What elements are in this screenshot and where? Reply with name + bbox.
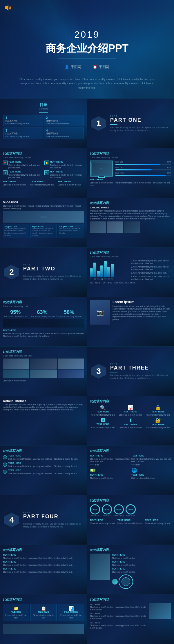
gallery-img-4 bbox=[3, 370, 29, 378]
slide-title-2: 此处填写内容 bbox=[90, 151, 171, 156]
gallery-img-1 bbox=[3, 359, 29, 369]
feature-1: 🚩 TEXT HERE Click here to modify the tex… bbox=[3, 161, 43, 169]
bg-glow bbox=[52, 495, 87, 545]
bar-chart bbox=[90, 260, 130, 277]
bg-glow bbox=[139, 594, 174, 644]
img-icon: 🖼 bbox=[90, 418, 116, 423]
stat-num-2: 63% bbox=[30, 309, 55, 315]
bg-glow bbox=[139, 248, 174, 297]
contents-item-1: 1 此处填写内容 Click here to modify the text bbox=[3, 115, 43, 126]
slide-icon-features: 此处填写内容 🔍 TEXT HERE Click here to modify … bbox=[87, 396, 174, 445]
bar-4 bbox=[100, 265, 103, 277]
slide-text-cards: 此处填写内容 TEXT HERE Click here to modify th… bbox=[0, 545, 87, 594]
slide-blog: BLOG POST Click here to modify the text … bbox=[0, 198, 87, 247]
contents-item-3: 3 此处填写内容 Click here to modify the text bbox=[3, 128, 43, 139]
monitor-mockup: img bbox=[90, 161, 113, 177]
blog-image: photo bbox=[3, 211, 84, 223]
circ-1: 80% Item One bbox=[90, 504, 100, 516]
circ-num-2: 65% bbox=[102, 504, 112, 514]
it-1: TEXT HERE Click here to modify the text … bbox=[90, 454, 130, 466]
slide-subtitle-2: Click here to modify the text bbox=[90, 156, 171, 159]
lorem-photo: 📷 bbox=[90, 300, 110, 325]
bg-glow bbox=[139, 148, 174, 198]
bg-glow bbox=[52, 347, 87, 396]
bg-glow bbox=[52, 297, 87, 346]
slide-title-1: 此处填写内容 bbox=[3, 151, 84, 156]
slide-subtitle-1: Click here to modify the text bbox=[3, 156, 84, 159]
teal-circle bbox=[112, 579, 118, 585]
bar-1 bbox=[90, 268, 93, 277]
slide-contents: 目录 Contents 1 此处填写内容 Click here to modif… bbox=[0, 99, 87, 148]
slide-part-three: 3 PART PART THREE Click here to modify t… bbox=[87, 347, 174, 396]
circ-3: 45% Item Three bbox=[114, 504, 124, 516]
bg-glow bbox=[52, 594, 87, 644]
slide-icon-text: 此处填写内容 TEXT HERE Click here to modify th… bbox=[87, 446, 174, 495]
stat-1: 95% Click here to modify the text bbox=[3, 309, 28, 317]
part-one-num: 1 bbox=[91, 116, 106, 131]
slide-chart: 此处填写内容 Click here to modify the text T1 … bbox=[87, 248, 174, 297]
bg-glow bbox=[52, 248, 87, 297]
file-icon-1: 📁 bbox=[5, 606, 27, 611]
content-photo-title: 此处填写内容 bbox=[90, 597, 171, 602]
circ-num-3: 45% bbox=[114, 504, 124, 514]
support-1: Support One The months since A lifetime … bbox=[3, 224, 29, 238]
screen-img: img bbox=[91, 163, 112, 175]
list-icon-3: ● bbox=[3, 470, 7, 474]
land-img-1 bbox=[90, 221, 106, 233]
outline-circle bbox=[119, 574, 133, 589]
slide-monitor: 此处填写内容 Click here to modify the text img… bbox=[87, 148, 174, 198]
list-icon-1: ● bbox=[3, 455, 7, 459]
list-icon-2: ● bbox=[3, 463, 7, 467]
text-list-title: 此处填写内容 bbox=[3, 449, 84, 453]
svg-marker-0 bbox=[5, 5, 8, 11]
row-11: 此处填写内容 📁 FILE ONE Please click to modify… bbox=[0, 594, 174, 644]
search-icon: 🔍 bbox=[44, 170, 49, 175]
bg-glow bbox=[139, 545, 174, 594]
circ-num-4: 90% bbox=[126, 504, 136, 514]
part-four-num: 4 bbox=[4, 513, 19, 527]
cover-meta: 👤 千图网 ⏰ 千图网 bbox=[65, 65, 110, 70]
slide-icon-grid: 此处填写内容 Click here to modify the text 🚩 T… bbox=[0, 148, 87, 198]
row-9: 4 PART PART FOUR Click here to modify th… bbox=[0, 495, 174, 545]
gallery-title: 此处填写内容 bbox=[3, 350, 84, 354]
photo-text-title: 此处填写内容 bbox=[90, 548, 171, 552]
slide-circles: 此处填写内容 80% Item One 65% Item Two 45% Ite… bbox=[87, 495, 174, 545]
cover-site2: ⏰ 千图网 bbox=[93, 65, 109, 70]
part-two-num: 2 bbox=[4, 265, 19, 279]
file-icon-2: 📋 bbox=[32, 606, 55, 611]
cover-site1: 👤 千图网 bbox=[65, 65, 81, 70]
slide-text-list: 此处填写内容 ● TEXT HERE Click here to modify … bbox=[0, 446, 87, 495]
bg-glow bbox=[139, 198, 174, 247]
speaker-icon bbox=[4, 4, 11, 12]
bg-glow bbox=[52, 148, 87, 198]
slide-landing: 此处填写内容 LANDING PAGES There are many vari… bbox=[87, 198, 174, 247]
cover-year: 2019 bbox=[74, 29, 99, 40]
bg-glow bbox=[139, 446, 174, 495]
chart-slide-subtitle: Click here to modify the text bbox=[90, 255, 171, 258]
slide-part-one: 1 PART PART ONE Click here to modify the… bbox=[87, 99, 174, 148]
land-img-2 bbox=[107, 221, 123, 233]
cover-title-cn: 商务企业介绍PPT bbox=[46, 41, 128, 56]
row-6: 此处填写内容 Click here to modify the text Cli… bbox=[0, 347, 174, 396]
land-img-3 bbox=[124, 221, 140, 233]
bar-5 bbox=[104, 261, 107, 277]
bg-glow bbox=[139, 99, 174, 148]
bg-glow bbox=[139, 396, 174, 445]
circles-title: 此处填写内容 bbox=[90, 498, 171, 503]
bg-glow bbox=[139, 347, 174, 396]
dollar-icon: 💵 bbox=[90, 467, 130, 473]
stats-title: 此处填写内容 bbox=[3, 300, 84, 304]
slide-content-photo: 此处填写内容 TEXT HEREClick here to modify the… bbox=[87, 594, 174, 644]
file-card-1: 📁 FILE ONE Please click to modify the te… bbox=[3, 604, 29, 621]
it-3: 💵 TEXT HERE Click here to modify the tex… bbox=[90, 467, 130, 479]
lorem-img: 📷 bbox=[90, 300, 110, 325]
bar-3 bbox=[97, 271, 100, 277]
part-three-num: 3 bbox=[91, 364, 106, 379]
slide-cover: 2019 商务企业介绍PPT 👤 千图网 ⏰ 千图网 Click here to… bbox=[0, 0, 174, 99]
slide-stats: 此处填写内容 Click here to modify text 95% Cli… bbox=[0, 297, 87, 346]
gallery-subtitle: Click here to modify the text bbox=[3, 354, 84, 357]
bar-6 bbox=[107, 267, 110, 277]
stats-subtitle: Click here to modify text bbox=[3, 305, 84, 308]
monitor-area: img bbox=[90, 161, 113, 177]
icon-text-title: 此处填写内容 bbox=[90, 449, 171, 453]
